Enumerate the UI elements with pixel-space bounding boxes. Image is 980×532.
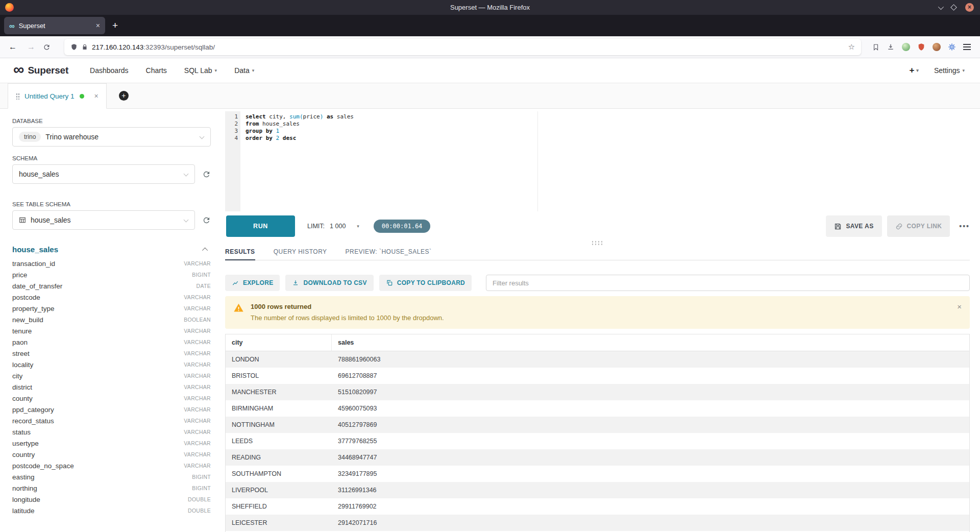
explore-label: EXPLORE [243, 279, 273, 286]
ublock-shield-icon[interactable] [917, 43, 925, 51]
tab-preview-house-sales[interactable]: PREVIEW: `HOUSE_SALES` [346, 248, 432, 260]
schema-select[interactable]: house_sales [12, 164, 195, 184]
column-name: transaction_id [12, 260, 55, 268]
column-type: VARCHAR [184, 418, 211, 424]
column-type: VARCHAR [184, 339, 211, 345]
copy-clipboard-label: COPY TO CLIPBOARD [397, 279, 465, 286]
save-as-button[interactable]: SAVE AS [826, 215, 881, 237]
nav-item-charts[interactable]: Charts [146, 66, 167, 75]
window-maximize-icon[interactable] [950, 4, 957, 11]
more-menu-icon[interactable]: ••• [959, 222, 970, 230]
url-bar[interactable]: 217.160.120.143:32393/superset/sqllab/ ☆ [64, 39, 861, 55]
new-tab-button[interactable]: + [112, 20, 118, 31]
filter-results-input[interactable] [486, 275, 970, 291]
nav-item-label: SQL Lab [184, 66, 212, 75]
cell-city: LEEDS [226, 438, 332, 445]
query-tab-active[interactable]: Untitled Query 1 × [8, 83, 107, 109]
copy-icon [386, 279, 393, 286]
sql-token: select [246, 113, 266, 120]
add-new-button[interactable]: + ▾ [909, 65, 918, 76]
column-type: VARCHAR [184, 350, 211, 356]
collapse-chevron-icon[interactable] [202, 247, 208, 253]
nav-item-data[interactable]: Data▾ [234, 66, 254, 75]
cell-sales: 34468947747 [332, 454, 969, 461]
superset-header: ∞ Superset DashboardsChartsSQL Lab▾Data▾… [0, 58, 980, 83]
column-name: postcode [12, 294, 40, 301]
database-type-badge: trino [19, 132, 41, 142]
column-name: district [12, 383, 32, 391]
sql-editor[interactable]: 1234 select city, sum(price) as salesfro… [225, 111, 970, 211]
column-header-city[interactable]: city [226, 334, 332, 351]
editor-gutter: 1234 [225, 111, 240, 211]
cell-city: LONDON [226, 356, 332, 363]
caret-down-icon: ▾ [962, 68, 965, 73]
table-name[interactable]: house_sales [12, 245, 58, 254]
save-as-label: SAVE AS [846, 223, 873, 230]
add-query-tab-button[interactable]: + [119, 91, 129, 101]
column-name: country [12, 451, 35, 458]
table-column-row: countryVARCHAR [12, 449, 211, 460]
query-tab-close-icon[interactable]: × [94, 92, 99, 100]
tracking-shield-icon[interactable] [70, 43, 78, 51]
table-column-row: eastingBIGINT [12, 471, 211, 482]
copy-link-button[interactable]: COPY LINK [887, 215, 950, 237]
window-minimize-icon[interactable] [938, 4, 944, 9]
window-title: Superset — Mozilla Firefox [0, 4, 980, 11]
run-button[interactable]: RUN [226, 215, 295, 237]
column-name: new_build [12, 316, 43, 324]
bookmark-ribbon-icon[interactable] [872, 43, 879, 51]
table-select[interactable]: house_sales [12, 210, 195, 230]
tab-results[interactable]: RESULTS [225, 248, 255, 260]
refresh-schemas-icon[interactable] [202, 170, 211, 179]
table-column-row: tenureVARCHAR [12, 325, 211, 336]
downloads-icon[interactable] [887, 43, 895, 51]
nav-item-dashboards[interactable]: Dashboards [90, 66, 129, 75]
column-type: VARCHAR [184, 305, 211, 311]
extension-blue-icon[interactable] [948, 43, 956, 51]
column-name: county [12, 395, 33, 402]
settings-label: Settings [934, 66, 960, 75]
editor-code[interactable]: select city, sum(price) as salesfrom hou… [240, 111, 970, 211]
cell-city: BIRMINGHAM [226, 405, 332, 412]
bookmark-star-icon[interactable]: ☆ [848, 42, 855, 52]
copy-link-label: COPY LINK [907, 223, 942, 230]
browser-tab[interactable]: ∞ Superset × [4, 17, 105, 34]
column-name: postcode_no_space [12, 462, 74, 470]
database-select[interactable]: trino Trino warehouse [12, 127, 211, 147]
extension-green-icon[interactable] [902, 43, 910, 51]
column-name: property_type [12, 305, 55, 312]
warning-triangle-icon [233, 303, 244, 322]
profile-avatar-icon[interactable] [933, 43, 941, 51]
refresh-tables-icon[interactable] [202, 216, 211, 225]
column-header-sales[interactable]: sales [332, 334, 969, 351]
chevron-down-icon [184, 172, 189, 177]
table-row: BIRMINGHAM45960075093 [226, 400, 969, 417]
caret-down-icon: ▾ [252, 68, 255, 73]
line-number: 4 [225, 135, 238, 142]
column-type: BIGINT [192, 485, 211, 491]
query-timer-badge: 00:00:01.64 [374, 220, 430, 233]
reload-icon[interactable] [43, 43, 56, 51]
download-csv-label: DOWNLOAD TO CSV [303, 279, 366, 286]
download-csv-button[interactable]: DOWNLOAD TO CSV [285, 275, 373, 291]
back-icon[interactable]: ← [6, 42, 19, 52]
column-type: DOUBLE [188, 507, 211, 514]
floppy-save-icon [834, 223, 842, 230]
settings-menu[interactable]: Settings ▾ [934, 66, 965, 75]
window-close-icon[interactable]: × [965, 3, 974, 12]
pane-resize-handle[interactable] [225, 237, 970, 248]
limit-dropdown[interactable]: LIMIT: 1 000 ▾ [307, 223, 359, 230]
nav-item-sql-lab[interactable]: SQL Lab▾ [184, 66, 217, 75]
alert-close-icon[interactable]: × [957, 302, 962, 311]
superset-logo[interactable]: ∞ Superset [0, 64, 68, 77]
tab-close-icon[interactable]: × [96, 21, 100, 30]
sql-token: price [303, 113, 320, 120]
tab-query-history[interactable]: QUERY HISTORY [274, 248, 327, 260]
table-column-row: postcodeVARCHAR [12, 292, 211, 303]
cell-sales: 32349177895 [332, 470, 969, 477]
copy-clipboard-button[interactable]: COPY TO CLIPBOARD [379, 275, 472, 291]
explore-button[interactable]: EXPLORE [225, 275, 280, 291]
menu-hamburger-icon[interactable] [963, 43, 971, 51]
cell-sales: 31126991346 [332, 487, 969, 494]
lock-icon[interactable] [82, 44, 88, 50]
